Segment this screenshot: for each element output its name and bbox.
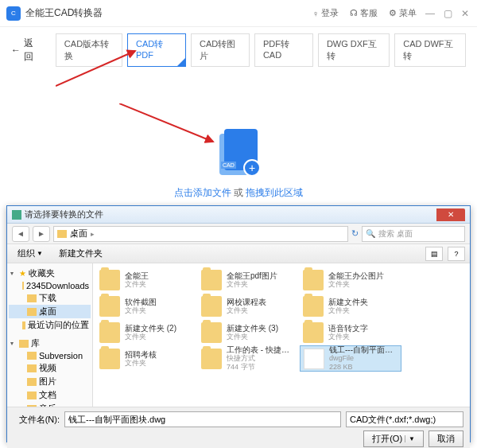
back-button[interactable]: ←返回 bbox=[11, 37, 41, 64]
add-file-link[interactable]: 点击添加文件 bbox=[174, 187, 231, 198]
organize-button[interactable]: 组织▼ bbox=[12, 246, 48, 261]
app-title: 全能王CAD转换器 bbox=[25, 6, 312, 20]
view-mode-button[interactable]: ▤ bbox=[425, 247, 443, 261]
folder-tree: ▾★收藏夹2345Downloads下载桌面最近访问的位置▾库Subversio… bbox=[7, 263, 93, 407]
toolbar: ←返回 CAD版本转换CAD转PDFCAD转图片PDF转CADDWG DXF互转… bbox=[0, 27, 477, 73]
open-button[interactable]: 打开(O)▼ bbox=[363, 430, 424, 447]
new-folder-button[interactable]: 新建文件夹 bbox=[53, 246, 108, 261]
headset-icon: ☊ bbox=[350, 8, 358, 18]
search-input[interactable]: 🔍 搜索 桌面 bbox=[362, 226, 465, 242]
nav-forward-button[interactable]: ► bbox=[33, 226, 50, 242]
dwg-file-icon bbox=[304, 349, 324, 369]
maximize-button[interactable]: ▢ bbox=[442, 8, 453, 19]
login-button[interactable]: ♀登录 bbox=[312, 7, 339, 19]
folder-icon bbox=[201, 322, 222, 343]
file-item[interactable]: 新建文件夹 (3)文件夹 bbox=[198, 319, 300, 345]
chevron-right-icon: ▸ bbox=[91, 230, 95, 238]
file-item[interactable]: 钱工---自制平面图块.dwgdwgFile228 KB bbox=[300, 345, 401, 372]
folder-icon bbox=[99, 296, 120, 317]
close-button[interactable]: ✕ bbox=[460, 8, 471, 19]
gear-icon: ⚙ bbox=[389, 8, 397, 18]
tree-item[interactable]: 文档 bbox=[9, 388, 91, 402]
folder-icon bbox=[99, 349, 120, 369]
tab-3[interactable]: PDF转CAD bbox=[254, 33, 313, 67]
folder-icon bbox=[303, 296, 324, 317]
tab-0[interactable]: CAD版本转换 bbox=[56, 33, 122, 67]
folder-icon bbox=[303, 270, 324, 290]
user-icon: ♀ bbox=[312, 9, 319, 18]
support-button[interactable]: ☊客服 bbox=[350, 7, 378, 19]
tree-item[interactable]: 视频 bbox=[9, 361, 91, 375]
search-icon: 🔍 bbox=[366, 229, 375, 238]
titlebar: C 全能王CAD转换器 ♀登录 ☊客服 ⚙菜单 — ▢ ✕ bbox=[0, 0, 477, 27]
cad-file-icon: CAD + bbox=[215, 129, 262, 177]
file-item[interactable]: 全能王文件夹 bbox=[96, 267, 198, 293]
dialog-nav: ◄ ► 桌面 ▸ ↻ 🔍 搜索 桌面 bbox=[7, 224, 470, 244]
file-list: 全能王文件夹全能王pdf图片文件夹全能王办公图片文件夹软件截图文件夹网校课程表文… bbox=[93, 263, 470, 407]
tree-item[interactable]: 2345Downloads bbox=[9, 280, 91, 291]
file-item[interactable]: 全能王pdf图片文件夹 bbox=[198, 267, 300, 293]
cancel-button[interactable]: 取消 bbox=[429, 430, 463, 447]
folder-icon bbox=[27, 364, 37, 372]
drag-hint: 拖拽到此区域 bbox=[246, 187, 303, 198]
folder-icon bbox=[303, 322, 324, 343]
menu-button[interactable]: ⚙菜单 bbox=[389, 7, 417, 19]
chevron-down-icon: ▼ bbox=[37, 250, 43, 257]
drop-hint: 点击添加文件 或 拖拽到此区域 bbox=[0, 186, 477, 200]
tree-item[interactable]: ▾库 bbox=[9, 337, 91, 350]
folder-icon bbox=[22, 321, 25, 329]
folder-icon bbox=[27, 308, 37, 316]
folder-icon bbox=[99, 322, 120, 343]
folder-icon bbox=[201, 349, 222, 369]
folder-icon bbox=[22, 282, 24, 290]
tab-4[interactable]: DWG DXF互转 bbox=[318, 33, 390, 67]
file-item[interactable]: 招聘考核文件夹 bbox=[96, 345, 198, 372]
file-item[interactable]: 新建文件夹文件夹 bbox=[300, 293, 401, 319]
drop-area[interactable]: CAD + 点击添加文件 或 拖拽到此区域 bbox=[0, 73, 477, 224]
tab-5[interactable]: CAD DWF互转 bbox=[394, 33, 466, 67]
arrow-left-icon: ← bbox=[11, 45, 21, 56]
folder-icon bbox=[19, 340, 29, 348]
file-item[interactable]: 新建文件夹 (2)文件夹 bbox=[96, 319, 198, 345]
tree-item[interactable]: 下载 bbox=[9, 291, 91, 305]
file-item[interactable]: 软件截图文件夹 bbox=[96, 293, 198, 319]
dialog-title: 请选择要转换的文件 bbox=[25, 208, 436, 220]
filename-label: 文件名(N): bbox=[14, 414, 60, 426]
folder-icon bbox=[201, 296, 222, 317]
minimize-button[interactable]: — bbox=[425, 8, 436, 19]
folder-icon bbox=[27, 294, 37, 302]
refresh-icon[interactable]: ↻ bbox=[351, 228, 359, 239]
file-item[interactable]: 网校课程表文件夹 bbox=[198, 293, 300, 319]
filename-input[interactable] bbox=[64, 411, 341, 427]
folder-icon bbox=[99, 270, 120, 290]
nav-back-button[interactable]: ◄ bbox=[12, 226, 29, 242]
file-item[interactable]: 语音转文字文件夹 bbox=[300, 319, 401, 345]
tab-1[interactable]: CAD转PDF bbox=[127, 33, 186, 67]
file-item[interactable]: 工作的表 - 快捷方式快捷方式744 字节 bbox=[198, 345, 300, 372]
tree-item[interactable]: 桌面 bbox=[9, 305, 91, 318]
add-badge-icon: + bbox=[243, 159, 261, 177]
tab-2[interactable]: CAD转图片 bbox=[191, 33, 250, 67]
help-button[interactable]: ? bbox=[448, 247, 465, 261]
dialog-titlebar: 请选择要转换的文件 ✕ bbox=[7, 206, 470, 224]
chevron-down-icon: ▼ bbox=[405, 435, 415, 442]
tree-item[interactable]: Subversion bbox=[9, 350, 91, 361]
tree-item[interactable]: ▾★收藏夹 bbox=[9, 267, 91, 280]
folder-icon bbox=[27, 392, 37, 399]
folder-icon bbox=[201, 270, 222, 290]
app-logo-icon: C bbox=[6, 6, 21, 21]
tree-item[interactable]: 音乐 bbox=[9, 402, 91, 407]
file-item[interactable]: 全能王办公图片文件夹 bbox=[300, 267, 401, 293]
dialog-icon bbox=[12, 210, 21, 220]
folder-icon bbox=[27, 378, 37, 386]
dialog-toolbar: 组织▼ 新建文件夹 ▤ ? bbox=[7, 244, 470, 263]
filetype-select[interactable] bbox=[346, 411, 463, 427]
tree-item[interactable]: 最近访问的位置 bbox=[9, 318, 91, 332]
file-open-dialog: 请选择要转换的文件 ✕ ◄ ► 桌面 ▸ ↻ 🔍 搜索 桌面 组织▼ 新建文件夹… bbox=[6, 205, 471, 442]
folder-icon bbox=[27, 405, 37, 407]
breadcrumb[interactable]: 桌面 ▸ bbox=[53, 226, 348, 242]
star-icon: ★ bbox=[19, 269, 26, 278]
folder-icon bbox=[27, 352, 37, 360]
tree-item[interactable]: 图片 bbox=[9, 375, 91, 388]
dialog-close-button[interactable]: ✕ bbox=[436, 208, 465, 221]
